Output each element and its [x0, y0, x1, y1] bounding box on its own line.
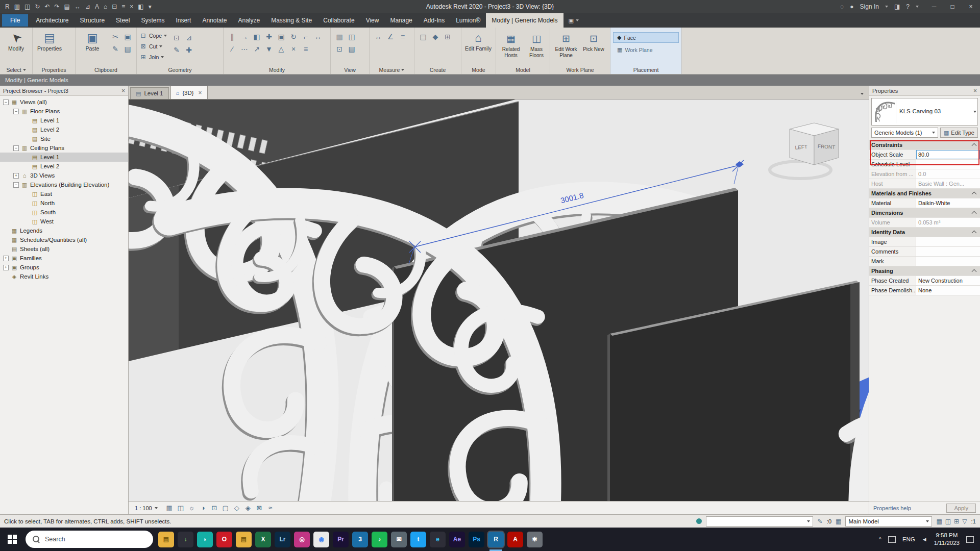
worksharing-display-icon[interactable]: ≈ — [265, 503, 276, 513]
worksharing-status-icon[interactable] — [696, 518, 702, 524]
sync-icon[interactable]: ↻ — [35, 0, 40, 13]
undo-icon[interactable]: ↶ — [44, 0, 50, 13]
ribbon-tab[interactable]: Architecture — [30, 13, 74, 28]
cut-geometry-button[interactable]: ⊠ Cut — [139, 41, 167, 52]
save-icon[interactable]: ◫ — [24, 0, 30, 13]
reveal-hidden-icon[interactable]: ◈ — [242, 503, 254, 513]
start-button[interactable] — [0, 528, 24, 551]
twitter[interactable]: t — [410, 532, 426, 547]
acrobat[interactable]: A — [507, 532, 523, 547]
property-value[interactable] — [916, 160, 980, 169]
ribbon-tab[interactable]: Lumion® — [450, 13, 486, 28]
property-row[interactable]: Elevation from ... 0.0 — [869, 169, 980, 179]
property-value[interactable] — [916, 257, 980, 266]
measure-angle-icon[interactable]: ∠ — [384, 31, 397, 43]
copy-icon[interactable]: ▣ — [121, 31, 134, 43]
mail[interactable]: ✉ — [391, 532, 407, 547]
create-similar-icon[interactable]: ◆ — [429, 31, 442, 43]
language-indicator[interactable]: ENG — [902, 536, 915, 542]
property-row[interactable]: Phase Created New Construction — [869, 276, 980, 286]
show-crop-icon[interactable]: ▢ — [220, 503, 231, 513]
active-tool-indicator[interactable]: ▣ — [564, 13, 584, 28]
panel-label-select[interactable]: Select — [0, 66, 32, 73]
cut-profile-icon[interactable]: ▦ — [333, 31, 346, 43]
tree-item[interactable]: + ▣ Groups — [0, 263, 128, 272]
download-manager[interactable]: ↓ — [178, 532, 193, 547]
tray-expand-icon[interactable]: ^ — [879, 536, 881, 542]
3d-scene[interactable]: 3001.8 LEFT FRONT — [129, 99, 869, 501]
array-icon[interactable]: ⋯ — [238, 43, 251, 55]
tree-item[interactable]: + ⌂ 3D Views — [0, 171, 128, 180]
demolish-icon[interactable]: ✚ — [183, 44, 195, 56]
user-icon[interactable]: ● — [850, 3, 853, 10]
cut-icon[interactable]: ✂ — [109, 31, 121, 43]
unlocked-view-icon[interactable]: ⊠ — [254, 503, 265, 513]
expand-toggle-icon[interactable]: + — [3, 265, 9, 270]
wall-joins-icon[interactable]: ⊡ — [170, 32, 183, 44]
expand-toggle-icon[interactable]: − — [13, 109, 19, 114]
aligned-dimension-icon[interactable]: ⊿ — [85, 0, 90, 13]
property-value[interactable]: New Construction — [916, 276, 980, 285]
paste-special-icon[interactable]: ▤ — [121, 43, 134, 55]
ribbon-tab[interactable]: Manage — [384, 13, 418, 28]
ribbon-tab[interactable]: Insert — [170, 13, 197, 28]
design-option-select[interactable]: Main Model — [845, 516, 932, 527]
property-row[interactable]: Dimensions — [869, 208, 980, 218]
minimize-button[interactable]: ─ — [925, 0, 943, 13]
sign-in-button[interactable]: Sign In — [860, 3, 879, 10]
tree-item[interactable]: ◈ Revit Links — [0, 272, 128, 281]
tree-item[interactable]: − ▦ Views (all) — [0, 97, 128, 107]
ribbon-tab[interactable]: Systems — [135, 13, 170, 28]
drawing-area[interactable]: 3001.8 LEFT FRONT — [129, 99, 869, 501]
move-icon[interactable]: ✚ — [263, 31, 275, 43]
tree-item[interactable]: ▤ Site — [0, 134, 128, 143]
property-row[interactable]: Phase Demolish... None — [869, 286, 980, 295]
switch-windows-icon[interactable]: ◧ — [138, 0, 143, 13]
editable-elements-icon[interactable]: ✎ — [817, 518, 822, 525]
ribbon-tab[interactable]: Collaborate — [317, 13, 360, 28]
property-value[interactable] — [916, 237, 980, 246]
sun-path-icon[interactable]: ☼ — [186, 503, 198, 513]
ribbon-tab[interactable]: Add-Ins — [418, 13, 450, 28]
join-geometry-button[interactable]: ⊞ Join — [139, 52, 167, 62]
close-inactive-icon[interactable]: × — [130, 0, 133, 13]
ribbon-tab[interactable]: View — [360, 13, 385, 28]
crop-view-icon[interactable]: ⊡ — [209, 503, 220, 513]
excel[interactable]: X — [255, 532, 271, 547]
property-row[interactable]: Schedule Level — [869, 160, 980, 169]
create-group-icon[interactable]: ⊞ — [442, 31, 454, 43]
tree-item[interactable]: ◫ South — [0, 208, 128, 217]
pick-new-button[interactable]: ⊡ Pick New — [580, 30, 607, 58]
property-row[interactable]: Identity Data — [869, 228, 980, 237]
tree-item[interactable]: ▦ Legends — [0, 226, 128, 235]
tree-item[interactable]: ▤ Level 1 — [0, 116, 128, 125]
chrome[interactable]: ◉ — [313, 532, 329, 547]
tree-item[interactable]: ▦ Schedules/Quantities (all) — [0, 235, 128, 244]
selection-filter-icon[interactable]: ▽ — [962, 518, 967, 525]
related-hosts-button[interactable]: ▦ Related Hosts — [499, 30, 523, 58]
property-row[interactable]: Volume 0.053 m³ — [869, 218, 980, 228]
temporary-hide-icon[interactable]: ◇ — [231, 503, 242, 513]
search-icon[interactable]: ◌ — [840, 3, 844, 10]
project-browser-header[interactable]: Project Browser - Project3 × — [0, 86, 128, 96]
placement-face-option[interactable]: ◆ Face — [613, 32, 679, 43]
property-value[interactable]: None — [916, 286, 980, 295]
active-workset-select[interactable] — [706, 516, 813, 527]
close-button[interactable]: × — [962, 0, 980, 13]
section-icon[interactable]: ⊟ — [112, 0, 117, 13]
offset-icon[interactable]: → — [238, 31, 251, 43]
worksets-dialog-icon[interactable]: ▦ — [836, 518, 841, 525]
ribbon-tab[interactable]: File — [2, 14, 28, 27]
tree-item[interactable]: ▤ Level 1 — [0, 153, 128, 162]
print-icon[interactable]: ▤ — [64, 0, 70, 13]
unpin-icon[interactable]: △ — [275, 43, 287, 55]
pin-icon[interactable]: ▼ — [263, 43, 275, 55]
view-tab-list-icon[interactable] — [861, 90, 869, 99]
taskbar-clock[interactable]: 9:58 PM 1/11/2023 — [934, 532, 960, 547]
mirror-icon[interactable]: ◧ — [251, 31, 263, 43]
expand-toggle-icon[interactable]: + — [3, 256, 9, 261]
editable-only-icon[interactable]: ▦ — [936, 518, 942, 525]
properties-help-link[interactable]: Properties help — [873, 505, 911, 511]
customize-qat-icon[interactable]: ▾ — [149, 0, 152, 13]
tree-item[interactable]: ▤ Sheets (all) — [0, 244, 128, 254]
